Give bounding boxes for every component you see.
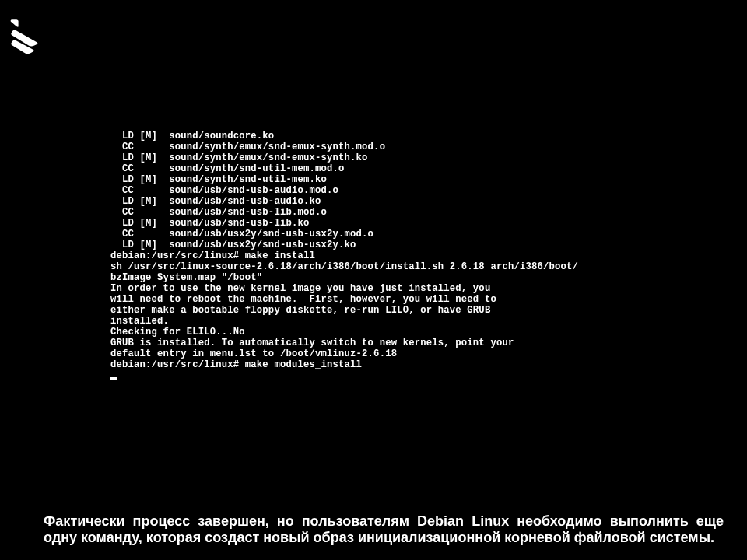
terminal-line: Checking for ELILO...No (110, 327, 717, 338)
terminal-line: GRUB is installed. To automatically swit… (110, 338, 717, 348)
build-output: LD [M] sound/soundcore.ko CC sound/synth… (110, 131, 717, 250)
terminal-line: In order to use the new kernel image you… (110, 283, 717, 294)
terminal-cursor (110, 370, 717, 381)
terminal-line: sh /usr/src/linux-source-2.6.18/arch/i38… (110, 261, 717, 272)
logo-icon (8, 17, 45, 54)
caption-text: Фактически процесс завершен, но пользова… (44, 513, 724, 546)
terminal-line: will need to reboot the machine. First, … (110, 294, 717, 305)
terminal-output: LD [M] sound/soundcore.ko CC sound/synth… (110, 131, 717, 381)
terminal-line: either make a bootable floppy diskette, … (110, 305, 717, 316)
terminal-line: installed. (110, 316, 717, 327)
terminal-line: bzImage System.map "/boot" (110, 272, 717, 283)
terminal-line: debian:/usr/src/linux# make install (110, 250, 717, 261)
terminal-line: default entry in menu.lst to /boot/vmlin… (110, 348, 717, 359)
terminal-line: debian:/usr/src/linux# make modules_inst… (110, 359, 717, 370)
